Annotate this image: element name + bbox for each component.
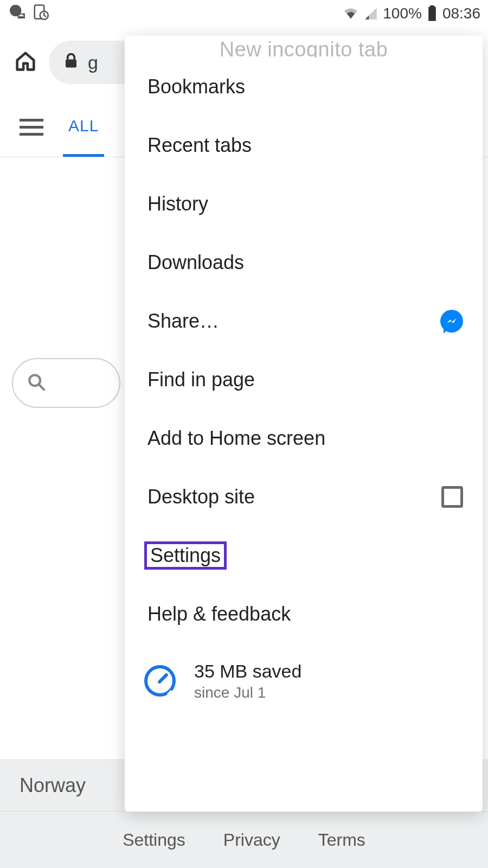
menu-item-data-saver[interactable]: 35 MB saved since Jul 1 [125,643,483,709]
menu-item-find-in-page[interactable]: Find in page [125,350,483,409]
menu-item-help[interactable]: Help & feedback [125,585,483,643]
svg-rect-4 [428,7,436,21]
search-input[interactable] [12,358,120,408]
notification-icon [8,3,25,24]
wifi-icon [343,7,359,20]
footer-links: Settings Privacy Terms [0,812,488,868]
menu-item-history[interactable]: History [125,175,483,233]
overflow-menu: New incognito tab Bookmarks Recent tabs … [125,36,483,812]
data-saver-since: since Jul 1 [194,684,301,701]
status-bar: 100% 08:36 [0,0,488,27]
menu-item-bookmarks[interactable]: Bookmarks [125,58,483,116]
gauge-icon [144,665,176,697]
url-text: g [88,52,98,73]
svg-line-8 [38,384,44,390]
sync-icon [33,4,49,24]
tab-all[interactable]: ALL [66,117,101,138]
messenger-icon[interactable] [440,310,463,333]
footer-link-privacy[interactable]: Privacy [223,830,280,850]
menu-item-desktop-site[interactable]: Desktop site [125,468,483,526]
menu-item-share[interactable]: Share… [125,292,483,350]
menu-item-downloads[interactable]: Downloads [125,233,483,292]
footer-link-settings[interactable]: Settings [123,830,185,850]
menu-item-incognito-cutoff[interactable]: New incognito tab [125,38,483,58]
signal-icon [364,7,377,20]
data-saver-amount: 35 MB saved [194,661,301,682]
battery-icon [427,5,437,22]
search-icon [27,373,46,393]
desktop-site-checkbox[interactable] [441,486,463,508]
footer-link-terms[interactable]: Terms [318,830,365,850]
home-icon[interactable] [13,49,38,76]
hamburger-icon[interactable] [20,119,43,136]
battery-percent: 100% [383,5,422,22]
svg-rect-5 [430,5,434,8]
svg-rect-6 [66,59,76,67]
clock: 08:36 [442,5,480,22]
menu-item-add-to-home[interactable]: Add to Home screen [125,409,483,468]
menu-item-recent-tabs[interactable]: Recent tabs [125,116,483,175]
lock-icon [64,52,78,73]
menu-item-settings[interactable]: Settings [125,526,483,585]
